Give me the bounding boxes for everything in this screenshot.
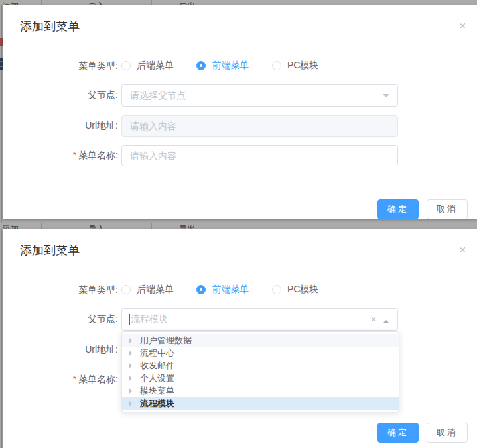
tree-item-label: 流程中心	[140, 347, 174, 359]
radio-label: 前端菜单	[212, 60, 249, 72]
tree-item-mail[interactable]: 收发邮件	[122, 359, 399, 372]
cancel-button[interactable]: 取消	[427, 199, 468, 219]
radio-circle-icon	[272, 285, 281, 294]
parent-node-label: 父节点:	[3, 89, 118, 101]
radio-label: PC模块	[287, 60, 318, 72]
background-edge	[1, 223, 2, 448]
expand-arrow-icon[interactable]	[129, 363, 135, 368]
url-label: Url地址:	[3, 344, 118, 356]
radio-label: 后端菜单	[137, 284, 174, 296]
parent-node-select-open[interactable]: 流程模块 ×	[121, 308, 398, 331]
tree-item-label: 流程模块	[140, 398, 174, 410]
expand-arrow-icon[interactable]	[129, 388, 135, 394]
parent-node-select[interactable]	[121, 84, 398, 107]
background-toolbar: 添加 ← 导入 → 导出	[0, 0, 477, 5]
menu-name-label: *菜单名称:	[3, 374, 118, 386]
background-toolbar: 添加 ← 导入 → 导出	[0, 223, 477, 229]
toolbar-divider	[41, 223, 42, 229]
chevron-up-icon	[383, 317, 389, 323]
confirm-button[interactable]: 确定	[377, 423, 419, 443]
tree-item-label: 模块菜单	[140, 385, 174, 397]
chevron-down-icon	[383, 94, 389, 101]
text-cursor	[129, 314, 130, 325]
parent-node-current-value: 流程模块	[131, 313, 168, 325]
radio-circle-icon	[196, 61, 206, 70]
menu-type-row: 菜单类型: 后端菜单 前端菜单 PC模块	[3, 284, 477, 297]
radio-backend-menu[interactable]: 后端菜单	[121, 284, 174, 296]
expand-arrow-icon[interactable]	[129, 376, 135, 381]
cancel-button[interactable]: 取消	[427, 423, 468, 443]
radio-backend-menu[interactable]: 后端菜单	[121, 60, 174, 72]
radio-circle-icon	[121, 285, 131, 294]
clear-icon[interactable]: ×	[371, 314, 376, 325]
tree-item-process-center[interactable]: 流程中心	[122, 347, 399, 359]
tree-item-label: 用户管理数据	[140, 335, 192, 347]
menu-name-input[interactable]	[121, 145, 398, 166]
parent-node-label: 父节点:	[3, 313, 118, 325]
parent-node-tree-dropdown: 用户管理数据 流程中心 收发邮件 个人设置 模块菜单	[121, 331, 399, 412]
background-edge	[1, 0, 2, 223]
tree-item-label: 个人设置	[140, 372, 174, 384]
toolbar-divider	[151, 0, 152, 5]
tree-item-label: 收发邮件	[140, 360, 174, 372]
expand-arrow-icon[interactable]	[129, 401, 135, 406]
screenshot-stage: 添加 ← 导入 → 导出 添加到菜单 ✕ 菜单类型: 后端菜单	[0, 0, 477, 448]
menu-type-label: 菜单类型:	[3, 284, 118, 296]
screen-state-dropdown-open: 添加 ← 导入 → 导出 添加到菜单 ✕ 菜单类型: 后端菜单 前端菜单	[0, 223, 477, 448]
menu-name-row: *菜单名称:	[3, 145, 477, 166]
toolbar-divider	[241, 0, 241, 5]
dialog-footer: 确定 取消	[377, 423, 468, 443]
menu-type-row: 菜单类型: 后端菜单 前端菜单 PC模块	[3, 60, 477, 73]
parent-node-row: 父节点: 流程模块 ×	[3, 308, 477, 331]
radio-label: 后端菜单	[137, 60, 174, 72]
close-icon[interactable]: ✕	[458, 245, 466, 254]
add-button[interactable]: 添加	[3, 1, 19, 5]
toolbar-divider	[241, 223, 241, 229]
dialog-title: 添加到菜单	[20, 243, 80, 258]
radio-pc-module[interactable]: PC模块	[272, 60, 318, 72]
required-mark: *	[73, 374, 76, 384]
tree-item-module-menu[interactable]: 模块菜单	[122, 384, 399, 397]
confirm-button[interactable]: 确定	[377, 199, 419, 219]
menu-name-label-text: 菜单名称:	[78, 150, 118, 160]
add-button[interactable]: 添加	[3, 223, 19, 229]
menu-type-label: 菜单类型:	[3, 60, 118, 72]
radio-circle-icon	[121, 61, 131, 70]
add-to-menu-dialog: 添加到菜单 ✕ 菜单类型: 后端菜单 前端菜单 PC模块	[3, 5, 477, 219]
export-button[interactable]: → 导出	[169, 223, 195, 229]
radio-label: PC模块	[287, 284, 318, 296]
url-label: Url地址:	[3, 120, 118, 132]
radio-circle-icon	[272, 61, 281, 70]
dialog-footer: 确定 取消	[377, 199, 468, 219]
menu-name-label-text: 菜单名称:	[78, 374, 118, 384]
menu-name-label: *菜单名称:	[3, 150, 118, 162]
tree-item-user-management[interactable]: 用户管理数据	[122, 334, 399, 347]
radio-frontend-menu[interactable]: 前端菜单	[196, 60, 249, 72]
url-row: Url地址:	[3, 115, 477, 137]
tree-item-personal-settings[interactable]: 个人设置	[122, 372, 399, 384]
screen-state-closed: 添加 ← 导入 → 导出 添加到菜单 ✕ 菜单类型: 后端菜单	[0, 0, 477, 223]
required-mark: *	[73, 150, 76, 160]
toolbar-divider	[151, 223, 152, 229]
url-input[interactable]	[121, 115, 398, 137]
radio-circle-icon	[196, 285, 206, 294]
radio-frontend-menu[interactable]: 前端菜单	[196, 284, 249, 296]
expand-arrow-icon[interactable]	[129, 338, 135, 343]
import-button[interactable]: ← 导入	[78, 223, 104, 229]
dialog-title: 添加到菜单	[20, 19, 80, 34]
radio-pc-module[interactable]: PC模块	[272, 284, 318, 296]
import-button[interactable]: ← 导入	[78, 1, 104, 5]
export-button[interactable]: → 导出	[169, 1, 195, 5]
radio-label: 前端菜单	[212, 284, 249, 296]
toolbar-divider	[41, 0, 42, 5]
parent-node-row: 父节点:	[3, 84, 477, 107]
expand-arrow-icon[interactable]	[129, 351, 135, 356]
close-icon[interactable]: ✕	[458, 21, 466, 30]
tree-item-process-module[interactable]: 流程模块	[122, 397, 399, 410]
add-to-menu-dialog-open: 添加到菜单 ✕ 菜单类型: 后端菜单 前端菜单 PC模块	[3, 229, 477, 448]
